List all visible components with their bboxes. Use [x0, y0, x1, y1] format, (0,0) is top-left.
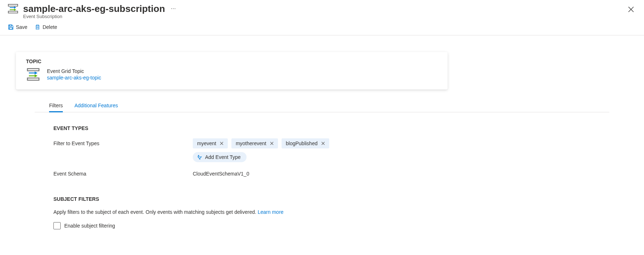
svg-marker-15 — [35, 74, 38, 77]
page-header: sample-arc-aks-eg-subscription ⋯ Event S… — [0, 0, 644, 19]
event-type-chip: blogPublished — [282, 138, 329, 148]
event-types-heading: EVENT TYPES — [53, 125, 609, 131]
svg-rect-10 — [27, 69, 39, 71]
filter-to-event-types-value: myevent myotherevent blogPublished — [193, 138, 609, 162]
event-schema-row: Event Schema CloudEventSchemaV1_0 — [53, 169, 609, 177]
chip-remove-icon[interactable] — [270, 142, 274, 145]
filter-to-event-types-label: Filter to Event Types — [53, 138, 193, 146]
page-title: sample-arc-aks-eg-subscription — [23, 3, 165, 14]
event-type-chips: myevent myotherevent blogPublished — [193, 138, 609, 148]
more-icon[interactable]: ⋯ — [169, 6, 178, 12]
add-event-type-label: Add Event Type — [205, 154, 241, 160]
event-subscription-icon — [7, 3, 19, 14]
title-row: sample-arc-aks-eg-subscription ⋯ — [7, 3, 637, 14]
tab-additional-features[interactable]: Additional Features — [74, 100, 118, 112]
svg-rect-1 — [8, 11, 18, 13]
add-filter-icon — [197, 155, 202, 160]
event-schema-value: CloudEventSchemaV1_0 — [193, 169, 249, 177]
learn-more-link[interactable]: Learn more — [258, 209, 284, 215]
topic-heading: TOPIC — [26, 59, 438, 64]
svg-marker-3 — [14, 7, 16, 9]
topic-type: Event Grid Topic — [47, 68, 101, 74]
topic-link[interactable]: sample-arc-aks-eg-topic — [47, 75, 101, 81]
tab-filters[interactable]: Filters — [49, 100, 63, 112]
enable-subject-filtering-row: Enable subject filtering — [53, 222, 609, 229]
svg-rect-8 — [9, 25, 12, 26]
chip-label: myotherevent — [236, 141, 266, 146]
topic-info: Event Grid Topic sample-arc-aks-eg-topic — [47, 68, 101, 81]
subject-filters-description: Apply filters to the subject of each eve… — [53, 209, 609, 215]
svg-rect-0 — [8, 4, 18, 6]
filter-to-event-types-row: Filter to Event Types myevent myothereve… — [53, 138, 609, 162]
svg-marker-5 — [14, 9, 16, 11]
subtitle: Event Subscription — [23, 14, 637, 19]
topic-content: Event Grid Topic sample-arc-aks-eg-topic — [26, 67, 438, 82]
event-grid-topic-icon — [26, 67, 40, 82]
enable-subject-filtering-checkbox[interactable] — [53, 222, 61, 229]
chip-label: blogPublished — [286, 141, 318, 146]
chip-label: myevent — [197, 141, 216, 146]
chip-remove-icon[interactable] — [321, 142, 325, 145]
event-types-section: EVENT TYPES Filter to Event Types myeven… — [35, 112, 609, 177]
svg-rect-11 — [27, 78, 39, 80]
enable-subject-filtering-label: Enable subject filtering — [64, 223, 115, 229]
delete-label: Delete — [43, 24, 57, 30]
event-type-chip: myevent — [193, 138, 228, 148]
event-schema-label: Event Schema — [53, 169, 193, 177]
svg-rect-9 — [9, 27, 12, 29]
subject-filters-desc-text: Apply filters to the subject of each eve… — [53, 209, 256, 215]
delete-button[interactable]: Delete — [35, 24, 57, 30]
chip-remove-icon[interactable] — [220, 142, 223, 145]
save-button[interactable]: Save — [8, 24, 27, 30]
subject-filters-section: SUBJECT FILTERS Apply filters to the sub… — [35, 183, 609, 229]
event-type-chip: myotherevent — [231, 138, 278, 148]
topic-card: TOPIC Event Grid Topic sample-arc-aks-eg… — [16, 52, 448, 90]
close-button[interactable] — [627, 4, 635, 16]
save-icon — [8, 24, 14, 30]
main-panel: Filters Additional Features EVENT TYPES … — [35, 90, 609, 229]
add-event-type-button[interactable]: Add Event Type — [193, 152, 247, 162]
subject-filters-heading: SUBJECT FILTERS — [53, 196, 609, 202]
save-label: Save — [16, 24, 27, 30]
delete-icon — [35, 24, 40, 30]
tabs: Filters Additional Features — [35, 100, 609, 112]
svg-marker-13 — [35, 72, 38, 74]
toolbar: Save Delete — [0, 19, 644, 35]
